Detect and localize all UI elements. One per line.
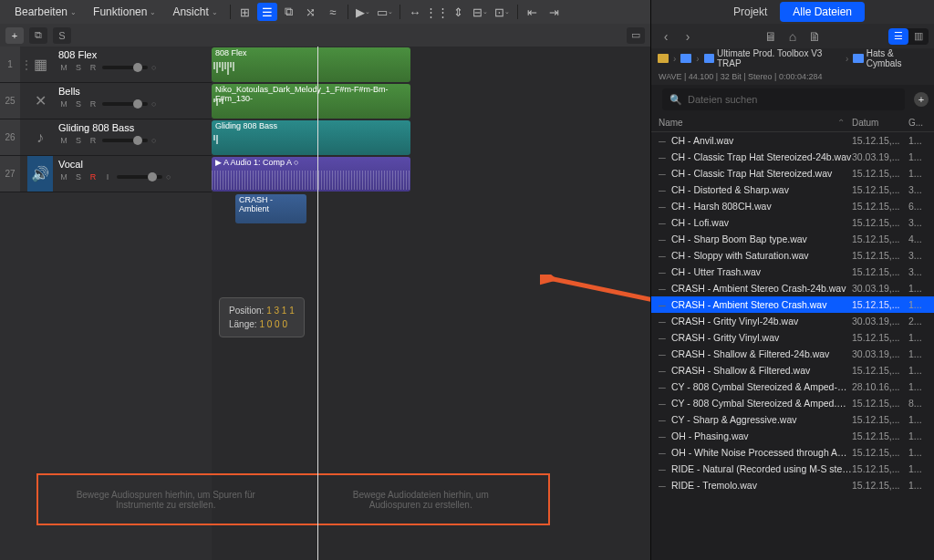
playhead[interactable] xyxy=(317,47,318,560)
file-row[interactable]: –CRASH - Shallow & Filtered.wav15.12.15,… xyxy=(651,362,934,379)
file-icon: – xyxy=(659,363,671,378)
menu-bar: Bearbeiten⌄ Funktionen⌄ Ansicht⌄ ⊞ ☰ ⧉ ⤭… xyxy=(0,0,650,24)
file-row[interactable]: –RIDE - Natural (Recorded using M-S ster… xyxy=(651,461,934,477)
search-icon: 🔍 xyxy=(669,94,682,106)
forward-button[interactable]: › xyxy=(679,28,697,45)
file-icon: – xyxy=(659,215,671,230)
marquee-icon[interactable]: ▭⌄ xyxy=(375,3,395,21)
file-icon: – xyxy=(659,347,671,361)
file-row[interactable]: –CRASH - Ambient Stereo Crash-24b.wav30.… xyxy=(651,280,934,296)
file-row[interactable]: –CY - Sharp & Aggressive.wav15.12.15,...… xyxy=(651,411,934,428)
file-icon: – xyxy=(659,461,671,476)
file-icon: – xyxy=(659,150,671,164)
file-row[interactable]: –CH - Lofi.wav15.12.15,...3... xyxy=(651,214,934,231)
file-icon: – xyxy=(659,232,671,246)
computer-icon[interactable]: 🖥 xyxy=(762,28,780,45)
position-tooltip: Position: 1 3 1 1 Länge: 1 0 0 0 xyxy=(219,297,305,337)
file-row[interactable]: –CH - Sharp Boom Bap type.wav15.12.15,..… xyxy=(651,231,934,247)
midi-region[interactable]: Gliding 808 Bass xyxy=(212,120,410,155)
file-row[interactable]: –CH - Classic Trap Hat Stereoized-24b.wa… xyxy=(651,149,934,165)
file-row[interactable]: –CH - Distorted & Sharp.wav15.12.15,...3… xyxy=(651,181,934,198)
zoom-h-icon[interactable]: ↔ xyxy=(405,3,425,21)
file-row[interactable]: –OH - White Noise Processed through Amp.… xyxy=(651,444,934,461)
column-size[interactable]: G... xyxy=(908,118,927,128)
file-icon: – xyxy=(659,445,671,460)
tab-all-files[interactable]: Alle Dateien xyxy=(780,2,865,22)
file-icon: – xyxy=(659,379,671,394)
home-icon[interactable]: ⌂ xyxy=(784,28,802,45)
instrument-drop-zone[interactable]: Bewege Audiospuren hierhin, um Spuren fü… xyxy=(38,475,294,524)
file-row[interactable]: –CY - 808 Cymbal Stereoized & Amped-24b.… xyxy=(651,379,934,395)
file-row[interactable]: –CY - 808 Cymbal Stereoized & Amped.wav1… xyxy=(651,395,934,411)
add-button[interactable]: + xyxy=(914,92,929,107)
document-icon[interactable]: 🗎 xyxy=(805,28,824,45)
file-icon: – xyxy=(659,412,671,427)
track-header[interactable]: 26 ♪ Gliding 808 Bass M S R ○ xyxy=(0,119,212,156)
file-meta: WAVE | 44.100 | 32 Bit | Stereo | 0:00:0… xyxy=(651,68,934,85)
column-date[interactable]: Datum xyxy=(852,118,908,128)
file-row[interactable]: –CRASH - Gritty Vinyl.wav15.12.15,...1..… xyxy=(651,329,934,346)
search-input[interactable]: 🔍 Dateien suchen xyxy=(662,88,905,110)
track-header[interactable]: 1 ⋮⋮ ▦ 808 Flex M S R ○ xyxy=(0,47,212,83)
link-icon[interactable]: ⧉ xyxy=(279,3,299,21)
tab-project[interactable]: Projekt xyxy=(721,2,780,22)
file-icon: – xyxy=(659,133,671,148)
midi-region[interactable]: 808 Flex xyxy=(212,47,410,82)
file-icon: – xyxy=(659,264,671,279)
column-view-button[interactable]: ▥ xyxy=(908,28,929,45)
solo-button[interactable]: S xyxy=(53,27,71,44)
menu-functions[interactable]: Funktionen⌄ xyxy=(86,3,163,21)
secondary-toolbar: + ⧉ S ▭ xyxy=(0,24,650,47)
file-row[interactable]: –CRASH - Shallow & Filtered-24b.wav30.03… xyxy=(651,346,934,362)
track-header[interactable]: 27 🔊 Vocal M S R I ○ xyxy=(0,156,212,192)
file-row[interactable]: –CH - Classic Trap Hat Stereoized.wav15.… xyxy=(651,165,934,181)
track-name: 808 Flex xyxy=(58,49,206,60)
drop-zones: Bewege Audiospuren hierhin, um Spuren fü… xyxy=(36,473,550,525)
breadcrumb: › › Ultimate Prod. Toolbox V3 TRAP› Hats… xyxy=(651,48,934,68)
shuffle-icon[interactable]: ⤭ xyxy=(301,3,321,21)
audio-drop-zone[interactable]: Bewege Audiodateien hierhin, um Audiospu… xyxy=(294,475,549,524)
dragged-region[interactable]: CRASH - Ambient xyxy=(235,194,306,223)
automation-icon[interactable]: ⋮⋮ xyxy=(427,3,447,21)
list-icon[interactable]: ☰ xyxy=(257,3,277,21)
column-name[interactable]: Name xyxy=(659,118,837,128)
file-icon: – xyxy=(659,330,671,345)
zoom-v-icon[interactable]: ⇕ xyxy=(449,3,469,21)
file-icon: – xyxy=(659,396,671,410)
trim-left-icon[interactable]: ⇤ xyxy=(523,3,543,21)
catch-button[interactable]: ▭ xyxy=(627,27,645,44)
file-row[interactable]: –CRASH - Ambient Stereo Crash.wav15.12.1… xyxy=(651,296,934,313)
grip-icon[interactable]: ⋮⋮ xyxy=(20,47,27,82)
audio-region[interactable]: ▶ A Audio 1: Comp A ○ xyxy=(212,157,410,192)
flex-icon[interactable]: ≈ xyxy=(323,3,343,21)
back-button[interactable]: ‹ xyxy=(657,28,675,45)
file-row[interactable]: –CH - Sloppy with Saturation.wav15.12.15… xyxy=(651,247,934,264)
file-row[interactable]: –CRASH - Gritty Vinyl-24b.wav30.03.19,..… xyxy=(651,313,934,329)
solo-button[interactable]: S xyxy=(73,62,84,73)
drag-icon[interactable]: ⊡⌄ xyxy=(493,3,513,21)
menu-view[interactable]: Ansicht⌄ xyxy=(165,3,224,21)
grid-icon[interactable]: ⊞ xyxy=(235,3,255,21)
volume-fader[interactable] xyxy=(102,66,148,69)
file-list[interactable]: –CH - Anvil.wav15.12.15,...1...–CH - Cla… xyxy=(651,132,934,560)
file-row[interactable]: –RIDE - Tremolo.wav15.12.15,...1... xyxy=(651,477,934,493)
file-row[interactable]: –CH - Utter Trash.wav15.12.15,...3... xyxy=(651,264,934,280)
mute-button[interactable]: M xyxy=(58,62,69,73)
file-row[interactable]: –CH - Anvil.wav15.12.15,...1... xyxy=(651,132,934,149)
table-header: Name ⌃ Datum G... xyxy=(651,114,934,132)
add-track-button[interactable]: + xyxy=(5,27,24,44)
duplicate-button[interactable]: ⧉ xyxy=(29,27,47,44)
record-button[interactable]: R xyxy=(88,62,99,73)
file-row[interactable]: –CH - Harsh 808CH.wav15.12.15,...6... xyxy=(651,198,934,214)
file-icon: – xyxy=(659,478,671,493)
midi-region[interactable]: Niko_Kotoulas_Dark_Melody_1_F#m-F#m-Bm-F… xyxy=(212,84,410,119)
track-header[interactable]: 25 ✕ Bells M S R ○ xyxy=(0,83,212,119)
sort-icon: ⌃ xyxy=(837,118,845,128)
list-view-button[interactable]: ☰ xyxy=(888,28,908,45)
file-row[interactable]: –OH - Phasing.wav15.12.15,...1... xyxy=(651,428,934,444)
pointer-icon[interactable]: ▶⌄ xyxy=(353,3,373,21)
menu-edit[interactable]: Bearbeiten⌄ xyxy=(7,3,84,21)
file-browser: Projekt Alle Dateien ‹ › 🖥 ⌂ 🗎 ☰ ▥ › › U… xyxy=(650,0,934,560)
trim-right-icon[interactable]: ⇥ xyxy=(545,3,565,21)
snap-icon[interactable]: ⊟⌄ xyxy=(471,3,491,21)
